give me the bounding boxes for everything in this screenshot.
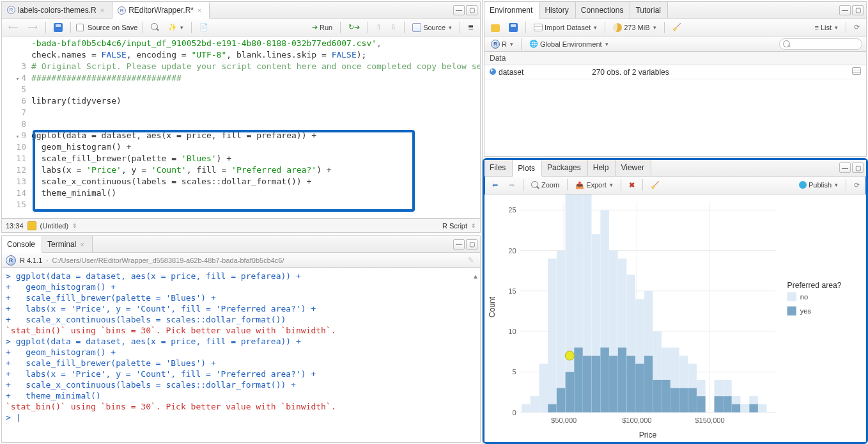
code-tools-icon[interactable]: ✨ [166,22,186,33]
minimize-pane-icon[interactable]: — [453,5,465,15]
console-info-bar: R R 4.1.1 · C:/Users/User/REditorWrapper… [2,253,480,268]
refresh-icon[interactable]: ⟳ [851,22,862,33]
go-down-icon[interactable]: ⇩ [388,22,399,33]
svg-rect-41 [670,388,679,412]
svg-rect-55 [749,396,758,404]
environment-scope[interactable]: 🌐 Global Environment [527,38,611,49]
minimize-pane-icon[interactable]: — [839,163,851,173]
svg-rect-12 [548,258,557,404]
env-row[interactable]: dataset270 obs. of 2 variables [484,65,866,79]
env-search-input[interactable] [779,38,862,50]
remove-plot-icon[interactable]: ✖ [626,180,637,191]
svg-rect-34 [644,290,653,355]
svg-rect-43 [679,388,688,412]
save-icon[interactable] [51,22,65,33]
svg-text:Count: Count [488,296,497,317]
plot-tab[interactable]: Plots [513,161,542,177]
view-mode-button[interactable]: ≡ List [812,22,841,33]
minimize-pane-icon[interactable]: — [839,5,851,15]
run-button[interactable]: ➔Run [309,22,335,33]
refresh-plot-icon[interactable]: ⟳ [851,180,862,191]
export-button[interactable]: 📤 Export [573,180,616,191]
svg-rect-19 [574,347,583,412]
maximize-pane-icon[interactable]: ▢ [852,5,864,15]
env-tab[interactable]: Connections [576,2,631,18]
svg-text:yes: yes [800,307,812,315]
plot-tab[interactable]: Packages [542,160,588,176]
memory-usage[interactable]: 273 MiB [610,22,658,33]
working-directory[interactable]: C:/Users/User/REditorWrapper_d5583819-a6… [52,257,284,264]
r-file-icon: R [118,6,126,15]
env-tab[interactable]: History [539,2,575,18]
svg-rect-22 [592,234,601,356]
console-output[interactable]: > ggplot(data = dataset, aes(x = price, … [2,268,480,442]
editor-statusbar: 13:34 (Untitled) ⇕ R Script ⇕ [2,218,480,232]
back-icon[interactable]: ⟵ [6,22,21,33]
cursor-position: 13:34 [6,222,24,230]
svg-rect-57 [758,404,767,412]
maximize-pane-icon[interactable]: ▢ [852,163,864,173]
expand-icon[interactable] [490,68,496,75]
load-workspace-icon[interactable] [488,22,502,33]
env-tab[interactable]: Tutorial [630,2,668,18]
svg-rect-36 [653,331,662,379]
clear-plots-icon[interactable]: 🧹 [648,180,662,191]
svg-rect-30 [626,274,635,355]
doc-title[interactable]: (Untitled) [40,222,69,230]
next-plot-icon[interactable]: ➡ [505,179,518,191]
svg-rect-73 [787,306,796,315]
svg-rect-20 [583,194,592,356]
prev-plot-icon[interactable]: ⬅ [488,179,501,191]
editor-tab[interactable]: Rlabels-colors-themes.R× [2,2,112,18]
doc-type-icon [27,221,36,230]
svg-rect-44 [688,363,697,388]
find-icon[interactable] [148,22,162,33]
close-icon[interactable]: × [196,6,203,14]
console-tab[interactable]: Console [2,237,42,253]
clear-workspace-icon[interactable]: 🧹 [670,22,684,33]
source-button[interactable]: Source [410,22,454,33]
editor-tab[interactable]: RREditorWrapper.R*× [112,3,210,19]
svg-rect-71 [787,292,796,301]
minimize-pane-icon[interactable]: — [453,239,465,250]
env-tab[interactable]: Environment [484,3,539,19]
rerun-icon[interactable]: ↻➔ [346,22,362,33]
maximize-pane-icon[interactable]: ▢ [466,239,477,250]
language-mode[interactable]: R Script [442,222,467,230]
console-tab[interactable]: Terminal× [42,236,93,252]
code-editor[interactable]: 3▾45678▾9101112131415 -bada-bfaf0b5cb4c6… [2,36,480,218]
svg-rect-18 [574,194,583,347]
env-search[interactable] [779,38,862,50]
zoom-button[interactable]: Zoom [529,180,562,191]
source-on-save-checkbox[interactable] [76,24,84,31]
svg-rect-21 [583,355,592,412]
plot-tab[interactable]: Help [588,160,616,176]
plot-canvas: 0510152025$50,000$100,000$150,000PriceCo… [484,194,866,443]
compile-report-icon[interactable]: 📄 [197,22,211,33]
svg-rect-48 [714,379,723,395]
svg-point-58 [565,351,574,360]
environment-table: Data dataset270 obs. of 2 variables [484,52,866,79]
view-data-icon[interactable] [852,67,861,75]
plot-tab[interactable]: Viewer [616,160,651,176]
r-logo-icon: R [6,255,16,266]
svg-rect-9 [522,404,531,412]
import-dataset-button[interactable]: Import Dataset [531,22,600,33]
maximize-pane-icon[interactable]: ▢ [466,5,477,15]
svg-text:10: 10 [508,328,516,335]
clear-console-icon[interactable]: ✎ [465,255,476,266]
go-up-icon[interactable]: ⇧ [373,22,384,33]
save-workspace-icon[interactable] [506,22,520,33]
svg-rect-24 [600,210,609,347]
close-icon[interactable]: × [99,6,105,14]
env-toolbar: Import Dataset 273 MiB 🧹 ≡ List ⟳ [484,19,866,36]
language-scope[interactable]: RR [488,38,516,50]
plot-tab[interactable]: Files [484,160,513,176]
publish-button[interactable]: Publish [796,180,841,190]
outline-icon[interactable]: ≣ [465,22,476,33]
svg-rect-37 [653,379,662,412]
close-icon[interactable]: × [79,241,85,248]
svg-rect-16 [566,194,575,372]
forward-icon[interactable]: ⟶ [25,22,40,33]
r-file-icon: R [7,6,15,14]
